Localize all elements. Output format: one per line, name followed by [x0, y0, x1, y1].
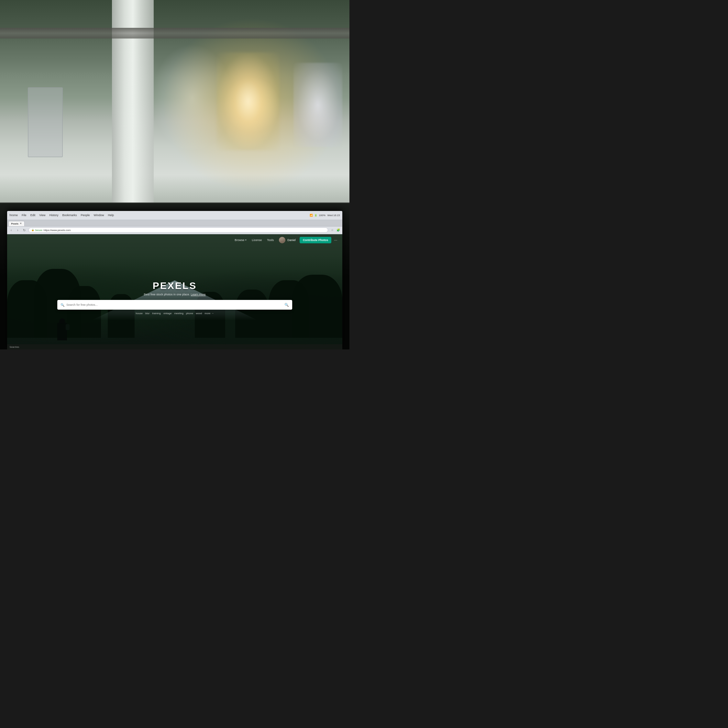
menu-edit[interactable]: Edit — [31, 214, 35, 217]
nav-tools[interactable]: Tools — [267, 239, 274, 242]
person-silhouette — [57, 318, 67, 340]
back-button[interactable]: ‹ — [9, 228, 14, 232]
lock-icon: 🔒 — [31, 229, 34, 231]
contribute-photos-button[interactable]: Contribute Photos — [300, 237, 332, 243]
address-bar-actions: ☆ 🧩 — [330, 228, 340, 232]
battery-percent: 100% — [319, 214, 325, 217]
browser-chrome: hrome File Edit View History Bookmarks P… — [7, 211, 343, 220]
search-input[interactable] — [66, 303, 284, 306]
search-tag-wood[interactable]: wood — [196, 312, 202, 315]
menu-view[interactable]: View — [39, 214, 45, 217]
window-right-glow — [294, 63, 342, 147]
menu-window[interactable]: Window — [94, 214, 104, 217]
nav-more-button[interactable]: ··· — [334, 238, 337, 242]
reload-button[interactable]: ↻ — [22, 228, 26, 232]
system-tray-icons: 📶 🔋 100% — [310, 214, 325, 217]
browser-tab-pexels[interactable]: Pexels ✕ — [8, 221, 24, 226]
search-tags-more[interactable]: more → — [205, 312, 214, 315]
person-body — [57, 323, 67, 340]
menu-chrome[interactable]: hrome — [10, 214, 18, 217]
browser-menu-bar: hrome File Edit View History Bookmarks P… — [10, 214, 114, 217]
laptop-screen: hrome File Edit View History Bookmarks P… — [7, 211, 343, 349]
search-tag-house[interactable]: house — [136, 312, 143, 315]
search-tag-training[interactable]: training — [152, 312, 161, 315]
search-tag-phone[interactable]: phone — [186, 312, 193, 315]
window-left — [28, 87, 63, 157]
address-bar-row: ‹ › ↻ 🔒 Secure https://www.pexels.com ☆ … — [7, 226, 343, 234]
system-clock: Wed 16:15 — [327, 214, 340, 217]
nav-user-profile[interactable]: Daniel — [279, 237, 296, 243]
user-name: Daniel — [287, 239, 296, 242]
pexels-website: Browse ▾ License Tools Daniel Contribute… — [7, 234, 343, 349]
search-icon: 🔍 — [61, 303, 64, 307]
tab-label: Pexels — [11, 223, 18, 225]
bookmark-icon[interactable]: ☆ — [330, 228, 335, 232]
nav-browse[interactable]: Browse ▾ — [235, 239, 246, 242]
avatar-image — [279, 237, 285, 243]
pexels-navbar: Browse ▾ License Tools Daniel Contribute… — [7, 234, 343, 246]
search-tag-vintage[interactable]: vintage — [164, 312, 172, 315]
search-tags-row: house blur training vintage meeting phon… — [57, 312, 292, 315]
nav-license[interactable]: License — [252, 239, 262, 242]
person-backpack — [66, 324, 70, 330]
browser-tabs-row: Pexels ✕ — [7, 220, 343, 226]
laptop-frame: hrome File Edit View History Bookmarks P… — [0, 203, 349, 349]
search-tag-meeting[interactable]: meeting — [174, 312, 183, 315]
window-center-glow — [217, 52, 280, 150]
ceiling-beam — [0, 28, 349, 38]
status-bar-text: Searches — [10, 346, 20, 348]
close-tab-icon[interactable]: ✕ — [20, 222, 22, 225]
battery-icon: 🔋 — [314, 214, 317, 217]
search-tag-blur[interactable]: blur — [145, 312, 150, 315]
extensions-icon[interactable]: 🧩 — [336, 228, 340, 232]
menu-file[interactable]: File — [22, 214, 26, 217]
browse-label: Browse — [235, 239, 244, 242]
menu-bookmarks[interactable]: Bookmarks — [63, 214, 77, 217]
menu-help[interactable]: Help — [108, 214, 114, 217]
pexels-tagline: Best free stock photos in one place. Lea… — [57, 293, 292, 296]
forward-button[interactable]: › — [15, 228, 20, 232]
user-avatar — [279, 237, 285, 243]
address-url: https://www.pexels.com — [44, 229, 71, 232]
search-submit-icon[interactable]: 🔍 — [284, 303, 289, 307]
pexels-logo: PEXELS — [57, 280, 292, 291]
pexels-hero-section: PEXELS Best free stock photos in one pla… — [57, 280, 292, 315]
address-field[interactable]: 🔒 Secure https://www.pexels.com — [29, 228, 329, 232]
learn-more-link[interactable]: Learn more — [191, 293, 206, 296]
wifi-icon: 📶 — [310, 214, 313, 217]
menu-history[interactable]: History — [49, 214, 58, 217]
browse-chevron-icon: ▾ — [245, 239, 246, 242]
search-container: 🔍 🔍 — [57, 300, 292, 310]
menu-people[interactable]: People — [81, 214, 90, 217]
secure-label: Secure — [35, 229, 42, 231]
system-status-bar: 📶 🔋 100% Wed 16:15 — [310, 214, 340, 217]
browser-status-bar: Searches — [7, 344, 343, 349]
